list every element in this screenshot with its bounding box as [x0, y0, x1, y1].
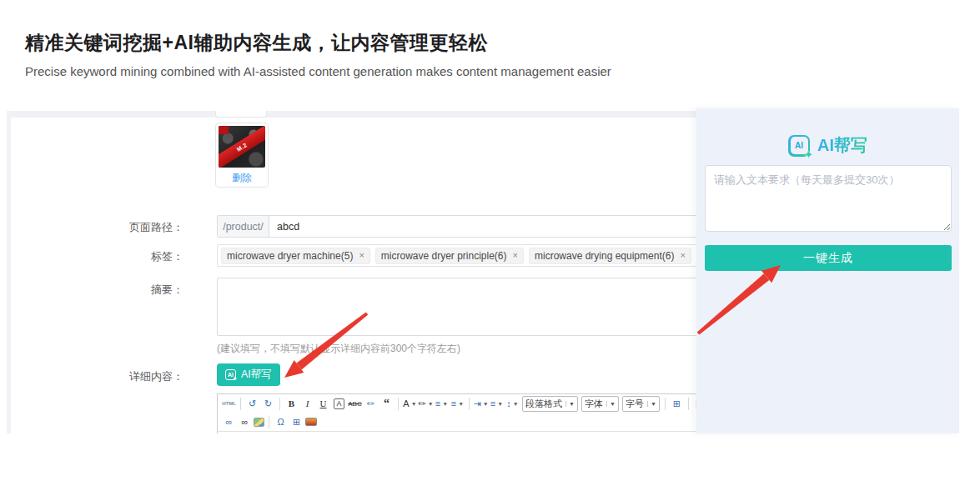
html-source-icon[interactable]: HTML	[222, 397, 236, 411]
uploaded-image-thumbnail: M.2	[219, 126, 265, 168]
highlight-color-icon[interactable]: ✏▼	[419, 397, 433, 411]
ai-write-button[interactable]: AI ✦ AI帮写	[217, 363, 280, 386]
tag-remove-icon[interactable]: ×	[513, 251, 518, 260]
tags-label: 标签：	[11, 249, 183, 264]
toolbar-separator	[279, 398, 280, 410]
chevron-down-icon: ▼	[483, 401, 489, 407]
summary-textarea[interactable]	[217, 278, 696, 336]
summary-hint: (建议填写，不填写默认显示详细内容前300个字符左右)	[217, 342, 460, 356]
cutoff-upload-element	[215, 111, 267, 118]
chevron-down-icon: ▼	[458, 401, 464, 407]
font-size-select[interactable]: 字号▼	[622, 396, 660, 412]
page-path-label: 页面路径：	[11, 220, 183, 235]
paragraph-format-select[interactable]: 段落格式▼	[522, 396, 578, 412]
editor-toolbar-row2: ∞∞Ω⊞	[218, 413, 696, 431]
indent-icon[interactable]: ⇥▼	[474, 397, 488, 411]
chevron-down-icon: ▼	[442, 401, 448, 407]
media-icon[interactable]	[305, 418, 317, 426]
card-top-strip	[11, 111, 696, 118]
tag-item: microwave dryer machine(5)×	[221, 248, 370, 264]
page-title: 精准关键词挖掘+AI辅助内容生成，让内容管理更轻松	[25, 30, 611, 56]
ai-panel-title: AI帮写	[817, 134, 867, 157]
page-header: 精准关键词挖掘+AI辅助内容生成，让内容管理更轻松 Precise keywor…	[25, 30, 611, 78]
toolbar-separator	[398, 398, 399, 410]
toolbar-separator	[688, 398, 689, 410]
redo-icon[interactable]: ↻	[261, 397, 275, 411]
cms-edit-form-card: M.2 删除 页面路径： /product/ 标签： microwave dry…	[7, 111, 696, 433]
paragraph-format-select-label: 段落格式	[525, 398, 562, 410]
tag-label: microwave drying equipment(6)	[535, 250, 674, 262]
uploaded-image-card: M.2 删除	[215, 123, 269, 188]
page-subtitle: Precise keyword mining combined with AI-…	[25, 64, 611, 78]
font-family-select-label: 字体	[585, 398, 603, 410]
tags-input-container[interactable]: microwave dryer machine(5)×microwave dry…	[217, 244, 696, 267]
italic-icon[interactable]: I	[300, 397, 314, 411]
ai-panel-icon: AI ✦	[788, 135, 810, 157]
toolbar-separator	[469, 398, 470, 410]
remove-format-icon[interactable]: ✏	[364, 397, 378, 411]
chevron-down-icon: ▼	[647, 401, 656, 407]
page-path-input[interactable]	[269, 216, 696, 237]
tag-item: microwave drying equipment(6)×	[529, 248, 691, 264]
tag-remove-icon[interactable]: ×	[680, 251, 685, 260]
font-size-select-label: 字号	[626, 398, 644, 410]
image-icon[interactable]	[254, 418, 264, 427]
ai-write-button-icon: AI ✦	[225, 369, 236, 380]
thumbnail-overlay-text: M.2	[236, 142, 249, 153]
font-family-select[interactable]: 字体▼	[581, 396, 619, 412]
rich-text-editor: HTML↺↻BIUAABC✏“A▼✏▼≡▼≡▼⇥▼≡▼↕▼段落格式▼字体▼字号▼…	[217, 393, 696, 433]
tag-label: microwave dryer machine(5)	[227, 250, 353, 262]
ai-prompt-textarea[interactable]	[705, 165, 952, 232]
blockquote-icon[interactable]: “	[379, 397, 394, 411]
toolbar-separator	[240, 398, 241, 410]
line-height-icon[interactable]: ↕▼	[505, 397, 520, 411]
summary-label: 摘要：	[11, 283, 183, 298]
toolbar-separator	[665, 398, 666, 410]
editor-toolbar-row1: HTML↺↻BIUAABC✏“A▼✏▼≡▼≡▼⇥▼≡▼↕▼段落格式▼字体▼字号▼…	[218, 394, 696, 413]
page-path-input-group: /product/	[217, 215, 696, 238]
ai-panel-icon-spark: ✦	[804, 148, 813, 161]
editor-content-area[interactable]	[218, 432, 696, 433]
font-color-icon[interactable]: A▼	[403, 397, 417, 411]
align-icon[interactable]: ≡▼	[490, 397, 504, 411]
ai-panel-header: AI ✦ AI帮写	[696, 134, 959, 157]
unlink-icon[interactable]: ∞	[238, 415, 252, 429]
chevron-down-icon: ▼	[497, 401, 503, 407]
page-path-prefix: /product/	[218, 216, 269, 237]
table-icon[interactable]: ⊞	[289, 415, 304, 429]
tag-remove-icon[interactable]: ×	[359, 251, 364, 260]
delete-image-link[interactable]: 删除	[219, 171, 265, 185]
tag-label: microwave dryer principle(6)	[381, 250, 507, 262]
chevron-down-icon: ▼	[565, 401, 575, 407]
special-char-icon[interactable]: Ω	[274, 415, 288, 429]
unordered-list-icon[interactable]: ≡▼	[450, 397, 465, 411]
strikethrough-icon[interactable]: ABC	[348, 397, 362, 411]
table-props-icon[interactable]: ⊞	[670, 397, 684, 411]
toolbar-separator	[269, 416, 269, 428]
undo-icon[interactable]: ↺	[245, 397, 259, 411]
chevron-down-icon: ▼	[606, 401, 616, 407]
chevron-down-icon: ▼	[428, 401, 434, 407]
ai-icon-spark: ✦	[232, 375, 238, 383]
ai-write-button-label: AI帮写	[241, 368, 272, 382]
thumbnail-red-corner	[219, 126, 229, 134]
generate-button[interactable]: 一键生成	[705, 245, 952, 271]
ai-write-panel: AI ✦ AI帮写 一键生成	[696, 108, 959, 433]
link-icon[interactable]: ∞	[222, 415, 236, 429]
chevron-down-icon: ▼	[411, 401, 417, 407]
chevron-down-icon: ▼	[513, 401, 519, 407]
font-box-icon[interactable]: A	[334, 398, 344, 409]
underline-icon[interactable]: U	[316, 397, 330, 411]
bold-icon[interactable]: B	[284, 397, 299, 411]
ordered-list-icon[interactable]: ≡▼	[435, 397, 449, 411]
tag-item: microwave dryer principle(6)×	[375, 248, 524, 264]
content-label: 详细内容：	[11, 369, 183, 384]
